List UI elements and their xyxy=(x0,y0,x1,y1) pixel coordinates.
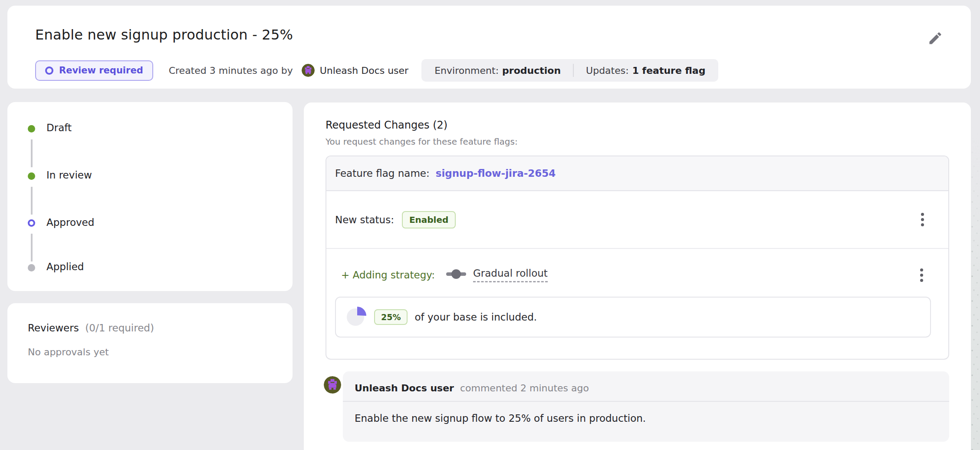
kebab-menu-icon xyxy=(921,213,924,216)
divider xyxy=(573,64,574,77)
review-status-badge: Review required xyxy=(35,60,153,81)
timeline-dot-approved xyxy=(28,219,35,227)
rollout-description: of your base is included. xyxy=(414,311,537,323)
author-avatar xyxy=(302,64,315,77)
requested-changes-heading: Requested Changes (2) xyxy=(326,119,447,131)
review-status-label: Review required xyxy=(59,65,143,76)
comment-header: Unleash Docs user commented 2 minutes ag… xyxy=(343,371,949,394)
reviewers-card: Reviewers (0/1 required) No approvals ye… xyxy=(7,303,293,383)
timeline-label-approved: Approved xyxy=(46,217,94,228)
flag-name-label: Feature flag name: xyxy=(335,168,430,179)
timeline-label-draft: Draft xyxy=(46,122,72,133)
timeline-dot-in-review xyxy=(28,172,35,180)
edit-button[interactable] xyxy=(925,28,946,49)
header-meta-row: Review required Created 3 minutes ago by… xyxy=(35,59,718,82)
environment-summary: Environment: production Updates: 1 featu… xyxy=(421,59,718,82)
change-request-page: Enable new signup production - 25% Revie… xyxy=(0,0,980,450)
environment-value: production xyxy=(502,65,561,76)
reviewers-requirement-text: (0/1 required) xyxy=(85,322,154,334)
no-approvals-text: No approvals yet xyxy=(28,347,109,357)
requested-changes-card: Requested Changes (2) You request change… xyxy=(304,103,971,450)
new-status-label: New status: xyxy=(335,214,394,225)
timeline-dot-draft xyxy=(28,125,35,132)
requested-changes-subheading: You request changes for these feature fl… xyxy=(326,136,518,147)
rollout-percentage-badge: 25% xyxy=(374,309,408,325)
author-name: Unleash Docs user xyxy=(320,65,409,76)
flag-name-row: Feature flag name: signup-flow-jira-2654 xyxy=(326,156,948,191)
reviewers-title: Reviewers (0/1 required) xyxy=(28,322,154,334)
timeline-connector xyxy=(31,187,33,215)
comment-author-avatar xyxy=(324,376,341,394)
created-text: Created 3 minutes ago by xyxy=(169,65,293,76)
strategy-name[interactable]: Gradual rollout xyxy=(473,268,548,282)
pie-chart-icon xyxy=(345,305,367,329)
timeline-label-applied: Applied xyxy=(46,261,84,272)
timeline-connector xyxy=(31,234,33,261)
gradual-rollout-slider-icon xyxy=(446,268,466,281)
comment-body: Enable the new signup flow to 25% of use… xyxy=(343,402,949,435)
page-title: Enable new signup production - 25% xyxy=(35,26,293,43)
status-row-menu-button[interactable] xyxy=(913,210,932,229)
strategy-row-menu-button[interactable] xyxy=(912,265,931,285)
timeline-dot-applied xyxy=(28,264,35,271)
flag-name-link[interactable]: signup-flow-jira-2654 xyxy=(436,168,556,179)
status-timeline-card: Draft In review Approved Applied xyxy=(7,102,293,291)
rollout-summary-box: 25% of your base is included. xyxy=(335,297,931,338)
comment-card: Unleash Docs user commented 2 minutes ag… xyxy=(343,371,949,442)
comment-meta-text: commented 2 minutes ago xyxy=(460,383,589,394)
comment-meta xyxy=(457,383,460,394)
enabled-badge: Enabled xyxy=(402,211,456,228)
timeline-label-in-review: In review xyxy=(46,169,92,181)
environment-label: Environment: xyxy=(434,65,499,76)
updates-value: 1 feature flag xyxy=(632,65,706,76)
new-status-row: New status: Enabled xyxy=(326,191,948,249)
adding-strategy-row: + Adding strategy: Gradual rollout xyxy=(326,249,948,338)
feature-flag-change-card: Feature flag name: signup-flow-jira-2654… xyxy=(326,156,949,360)
reviewers-title-text: Reviewers xyxy=(28,322,79,334)
background-texture-strip xyxy=(970,0,980,450)
kebab-menu-icon xyxy=(920,268,923,271)
circle-outline-icon xyxy=(45,66,53,75)
updates-label: Updates: xyxy=(586,65,629,76)
timeline-connector xyxy=(31,139,33,167)
change-request-header: Enable new signup production - 25% Revie… xyxy=(7,6,971,89)
pencil-icon xyxy=(927,41,943,47)
comment-author-name: Unleash Docs user xyxy=(355,383,454,394)
adding-strategy-label: + Adding strategy: xyxy=(341,269,435,281)
